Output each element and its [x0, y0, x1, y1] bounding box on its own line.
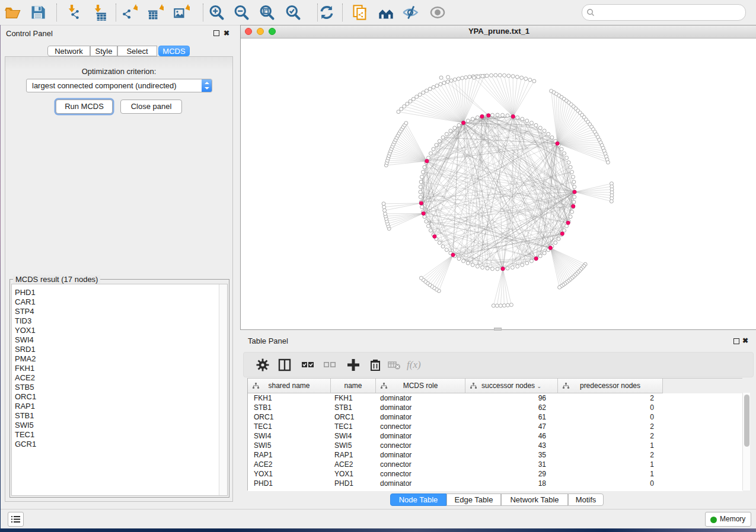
mcds-result-item[interactable]: STB1 [12, 411, 227, 421]
table-row-FKH1[interactable]: FKH1FKH1dominator962 [248, 393, 743, 403]
table-row-TEC1[interactable]: TEC1TEC1connector472 [248, 422, 743, 431]
network-graph[interactable] [241, 39, 755, 329]
toolbar-separator [342, 4, 343, 21]
mcds-result-item[interactable]: PMA2 [12, 354, 227, 364]
table-row-PHD1[interactable]: PHD1PHD1dominator180 [248, 479, 743, 488]
zoom-in-icon[interactable] [208, 4, 225, 21]
open-file-icon[interactable] [5, 4, 21, 21]
refresh-icon[interactable] [318, 4, 335, 21]
control-panel-close-icon[interactable]: ✖ [224, 29, 229, 37]
table-toolbar: f(x) [243, 352, 754, 377]
memory-button[interactable]: Memory [705, 512, 751, 527]
export-table-icon[interactable] [147, 4, 164, 21]
import-table-icon[interactable] [90, 4, 107, 21]
toolbar-separator [317, 4, 318, 21]
memory-status-icon [710, 517, 717, 523]
delete-table-icon[interactable] [387, 358, 401, 372]
show-all-icon[interactable] [429, 4, 446, 21]
first-neighbors-icon[interactable] [378, 4, 394, 21]
select-all-icon[interactable] [301, 358, 315, 372]
mcds-result-item[interactable]: STB5 [12, 383, 227, 392]
split-columns-icon[interactable] [277, 358, 292, 372]
table-row-ACE2[interactable]: ACE2ACE2connector311 [248, 460, 743, 469]
deselect-all-icon[interactable] [323, 358, 337, 372]
optimization-criterion-value: largest connected component (undirected) [32, 79, 177, 92]
optimization-criterion-label: Optimization criterion: [5, 67, 233, 76]
table-row-ORC1[interactable]: ORC1ORC1dominator610 [248, 412, 743, 422]
mcds-result-item[interactable]: FKH1 [12, 364, 227, 373]
mcds-result-item[interactable]: TID3 [12, 316, 227, 326]
tab-node-table[interactable]: Node Table [390, 493, 446, 506]
zoom-out-icon[interactable] [233, 4, 250, 21]
table-panel-float-icon[interactable] [733, 338, 739, 344]
run-mcds-button[interactable]: Run MCDS [56, 100, 113, 114]
network-window-title: YPA_prune.txt_1 [241, 25, 756, 37]
gear-icon[interactable] [256, 358, 270, 372]
node-table: shared namenameMCDS rolesuccessor nodes … [247, 378, 742, 491]
mcds-result-item[interactable]: SWI5 [12, 421, 227, 430]
tab-edge-table[interactable]: Edge Table [446, 493, 501, 506]
tab-network[interactable]: Network [47, 46, 90, 56]
mcds-list-scrollbar[interactable] [219, 284, 227, 495]
mcds-result-item[interactable]: SWI4 [12, 335, 227, 345]
mcds-result-item[interactable]: ORC1 [12, 392, 227, 402]
column-header-MCDS-role[interactable]: MCDS role [376, 379, 465, 393]
close-panel-button[interactable]: Close panel [120, 100, 182, 114]
clone-network-icon[interactable] [352, 4, 368, 21]
column-header-successor-nodes[interactable]: successor nodes ⌄ [465, 379, 558, 393]
toolbar-separator [203, 4, 203, 21]
mcds-result-item[interactable]: RAP1 [12, 402, 227, 411]
search-icon [586, 8, 595, 17]
mcds-result-item[interactable]: CAR1 [12, 297, 227, 307]
import-network-icon[interactable] [64, 4, 81, 21]
table-row-SWI4[interactable]: SWI4SWI4dominator462 [248, 431, 743, 441]
zoom-fit-icon[interactable] [259, 4, 275, 21]
table-scrollbar[interactable] [742, 393, 750, 491]
table-row-STB1[interactable]: STB1STB1dominator620 [248, 403, 743, 412]
delete-column-icon[interactable] [368, 358, 382, 372]
mcds-result-list[interactable]: PHD1CAR1STP4TID3YOX1SWI4SRD1PMA2FKH1ACE2… [11, 284, 228, 496]
task-list-icon [11, 515, 20, 523]
export-image-icon[interactable] [173, 4, 190, 21]
mcds-result-item[interactable]: ACE2 [12, 373, 227, 383]
mcds-result-title: MCDS result (17 nodes) [13, 275, 100, 284]
table-row-RAP1[interactable]: RAP1RAP1dominator352 [248, 450, 743, 460]
table-panel-close-icon[interactable]: ✖ [742, 336, 748, 345]
network-window-titlebar: YPA_prune.txt_1 [241, 25, 756, 39]
search-input[interactable] [582, 4, 746, 21]
toolbar-separator [56, 4, 57, 21]
desktop-wallpaper-strip [0, 528, 756, 532]
control-panel-float-icon[interactable] [213, 30, 219, 36]
tab-mcds[interactable]: MCDS [158, 46, 190, 56]
table-row-SWI5[interactable]: SWI5SWI5connector431 [248, 441, 743, 450]
mcds-result-item[interactable]: PHD1 [12, 288, 227, 297]
mcds-result-item[interactable]: TEC1 [12, 430, 227, 440]
export-network-icon[interactable] [121, 4, 138, 21]
hide-selected-icon[interactable] [402, 4, 419, 21]
tab-select[interactable]: Select [117, 46, 157, 56]
graph-fan-nodes [382, 73, 614, 307]
mcds-result-item[interactable]: YOX1 [12, 326, 227, 335]
add-column-icon[interactable] [346, 358, 361, 372]
optimization-criterion-select[interactable]: largest connected component (undirected) [26, 79, 212, 92]
column-header-name[interactable]: name [331, 379, 376, 393]
task-history-button[interactable] [8, 512, 24, 527]
table-panel-title: Table Panel [248, 336, 288, 345]
panel-splitter-handle[interactable] [494, 328, 502, 331]
network-canvas[interactable] [241, 39, 755, 329]
mcds-result-item[interactable]: STP4 [12, 307, 227, 316]
table-row-YOX1[interactable]: YOX1YOX1connector291 [248, 469, 743, 479]
zoom-selected-icon[interactable] [285, 4, 301, 21]
mcds-result-item[interactable]: GCR1 [12, 440, 227, 449]
column-header-predecessor-nodes[interactable]: predecessor nodes [558, 379, 663, 393]
column-header-shared-name[interactable]: shared name [248, 379, 331, 393]
status-bar-divider [0, 509, 756, 509]
tab-style[interactable]: Style [90, 46, 117, 56]
save-icon[interactable] [30, 4, 46, 21]
function-builder-icon[interactable]: f(x) [407, 358, 421, 372]
application-window: Control Panel ✖ NetworkStyleSelectMCDS O… [0, 0, 756, 532]
mcds-result-item[interactable]: SRD1 [12, 345, 227, 354]
tab-motifs[interactable]: Motifs [568, 493, 604, 506]
tab-network-table[interactable]: Network Table [501, 493, 568, 506]
select-spinner-icon [202, 79, 212, 92]
